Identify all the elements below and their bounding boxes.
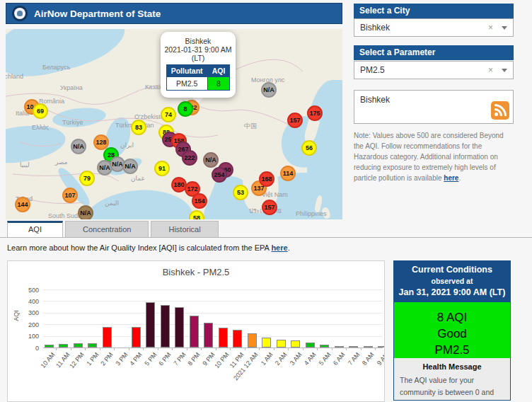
chart-x-tick [56, 348, 57, 350]
chart-x-tick [288, 348, 289, 350]
chart-bar-11-am[interactable] [59, 344, 68, 348]
chart-bar-6-am[interactable] [335, 346, 344, 348]
aqi-marker[interactable]: 175 [307, 105, 323, 121]
chart-y-tick-label: 100 [19, 333, 39, 340]
aqi-marker[interactable]: N/A [122, 159, 138, 174]
current-aqi-panel: 8 AQI Good PM2.5 [394, 302, 510, 358]
learn-more-here-link[interactable]: here [271, 243, 287, 252]
chart-bar-10-pm[interactable] [219, 328, 228, 348]
chart-bar-8-pm[interactable] [190, 316, 199, 348]
current-conditions-title: Current Conditions [397, 265, 507, 275]
chart-bar-2-pm[interactable] [103, 327, 112, 348]
chart-bar-5-am[interactable] [320, 345, 329, 348]
city-select-value: Bishkek [360, 23, 488, 33]
aqi-chart[interactable]: Bishkek - PM2.5 AQI 010020030040050010 A… [7, 260, 385, 402]
chart-x-tick [85, 348, 86, 350]
current-aqi-value: 8 AQI [394, 311, 510, 325]
chart-bar-4-am[interactable] [306, 343, 315, 348]
feed-box[interactable]: Bishkek [354, 90, 514, 124]
aqi-marker[interactable]: 154 [192, 193, 207, 209]
popup-table: Pollutant AQI PM2.5 8 [166, 64, 231, 91]
map-place-label: Türkiye [62, 119, 83, 126]
chart-bar-7-pm[interactable] [175, 307, 184, 348]
state-department-seal-icon [12, 6, 28, 21]
chart-bar-10-am[interactable] [45, 345, 54, 348]
aqi-marker[interactable]: 114 [280, 166, 296, 181]
aqi-marker[interactable]: 56 [301, 140, 317, 156]
clear-parameter-icon[interactable]: × [488, 65, 493, 75]
chart-x-tick [245, 348, 245, 350]
aqi-marker[interactable]: 144 [15, 197, 30, 212]
rss-icon[interactable] [491, 101, 509, 120]
tab-historical[interactable]: Historical [151, 221, 218, 237]
chart-bar-4-pm[interactable] [132, 327, 141, 348]
aqi-marker[interactable]: 107 [62, 188, 78, 203]
chart-bar-9-am[interactable] [378, 346, 385, 348]
note-text: Note: Values above 500 are considered Be… [354, 130, 515, 183]
chart-bar-11-pm[interactable] [233, 330, 242, 348]
aqi-marker[interactable]: 83 [131, 120, 146, 135]
aqi-marker[interactable]: N/A [71, 139, 86, 154]
aqi-marker[interactable]: 69 [33, 103, 48, 119]
aqi-marker[interactable]: 74 [161, 107, 176, 122]
chart-bar-3-am[interactable] [291, 340, 300, 348]
chart-x-tick [71, 348, 71, 350]
chart-bar-12-pm[interactable] [74, 343, 83, 348]
chart-x-tick [317, 348, 318, 350]
map-place-label: Україна [60, 84, 83, 91]
chart-bar-6-pm[interactable] [161, 305, 170, 348]
map-place-label: Беларусь [42, 64, 70, 71]
chart-gridline [43, 289, 383, 290]
feed-city-text: Bishkek [360, 95, 390, 105]
chart-bar-7-am[interactable] [349, 346, 358, 348]
chart-x-tick [129, 348, 129, 350]
popup-col-pollutant: Pollutant [166, 65, 207, 77]
observed-at-label: observed at [397, 277, 507, 285]
chart-title: Bishkek - PM2.5 [8, 267, 384, 277]
chart-x-tick [216, 348, 216, 350]
aqi-marker[interactable]: 168 [259, 171, 274, 187]
map-place-label: ايران [120, 142, 134, 149]
map-place-label: ليبيا [20, 161, 30, 168]
chart-gridline [43, 336, 383, 337]
aqi-marker[interactable]: 157 [287, 113, 303, 128]
aqi-marker[interactable]: 222 [182, 150, 197, 166]
chart-bar-2021-12-am[interactable] [248, 333, 257, 348]
aqi-marker[interactable]: 8 [178, 101, 193, 117]
chart-x-tick [375, 348, 376, 350]
popup-aqi-value: 8 [207, 77, 230, 91]
chart-bar-5-pm[interactable] [146, 302, 155, 348]
note-here-link[interactable]: here [444, 174, 458, 182]
aqi-marker[interactable]: 254 [212, 167, 227, 183]
chart-bar-1-am[interactable] [262, 338, 271, 348]
chart-bar-2-am[interactable] [277, 340, 286, 348]
city-select[interactable]: Bishkek × [354, 18, 514, 37]
map[interactable]: БеларусьschlandУкраїнаКазахстанRomâniaIt… [6, 29, 342, 219]
clear-city-icon[interactable]: × [488, 23, 493, 33]
chart-bar-1-pm[interactable] [88, 343, 97, 348]
aqi-marker[interactable]: 79 [79, 171, 95, 186]
chart-x-tick [201, 348, 202, 350]
city-dropdown-caret-icon[interactable] [502, 26, 507, 30]
aqi-marker[interactable]: N/A [261, 82, 277, 98]
aqi-marker[interactable]: N/A [78, 205, 93, 219]
tab-concentration[interactable]: Concentration [65, 221, 149, 237]
aqi-marker[interactable]: 53 [233, 185, 248, 200]
map-place-label: اليمن [105, 200, 119, 207]
chart-bar-8-am[interactable] [364, 346, 373, 348]
map-place-label: مصر [55, 159, 68, 166]
health-message-title: Health Message [400, 362, 504, 371]
parameter-select[interactable]: PM2.5 × [354, 61, 514, 79]
aqi-marker[interactable]: N/A [203, 152, 219, 168]
aqi-marker[interactable]: 91 [154, 161, 170, 176]
tab-aqi[interactable]: AQI [7, 221, 63, 237]
map-popup[interactable]: Bishkek 2021-01-31 9:00 AM (LT) Pollutan… [161, 32, 236, 98]
parameter-dropdown-caret-icon[interactable] [502, 69, 507, 72]
aqi-marker[interactable]: 157 [262, 200, 277, 215]
chart-x-tick [259, 348, 260, 350]
tabs: AQIConcentrationHistorical [7, 221, 532, 237]
map-place-label: Ελλάς [32, 124, 49, 131]
chart-y-tick-label: 300 [19, 309, 39, 316]
chart-bar-9-pm[interactable] [204, 323, 213, 348]
health-message-panel: Health Message The AQI value for your co… [394, 358, 510, 401]
